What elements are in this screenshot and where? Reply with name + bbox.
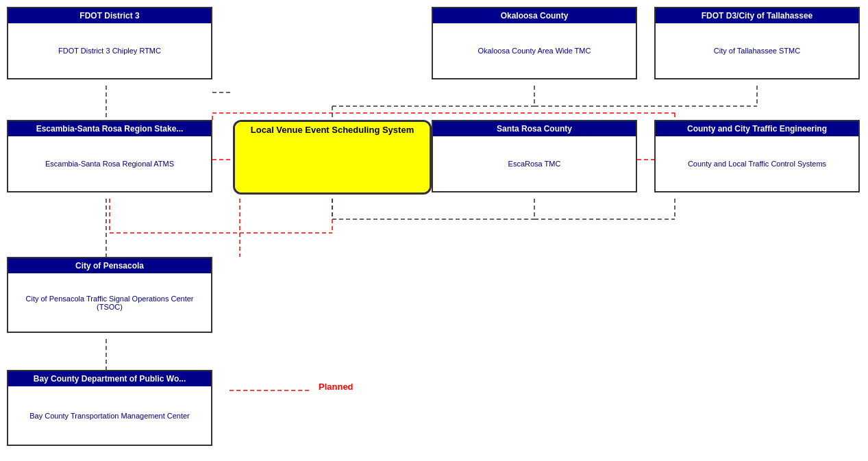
local-venue-header: Local Venue Event Scheduling System <box>235 122 430 138</box>
county-city-header: County and City Traffic Engineering <box>656 121 858 136</box>
escambia-header: Escambia-Santa Rosa Region Stake... <box>8 121 211 136</box>
planned-label: Planned <box>319 382 354 392</box>
bay-county-body: Bay County Transportation Management Cen… <box>8 386 211 445</box>
okaloosa-node: Okaloosa County Okaloosa County Area Wid… <box>432 7 637 79</box>
fdot-d3-node: FDOT District 3 FDOT District 3 Chipley … <box>7 7 212 79</box>
bay-county-header: Bay County Department of Public Wo... <box>8 371 211 386</box>
santa-rosa-body: EscaRosa TMC <box>433 136 636 191</box>
pensacola-header: City of Pensacola <box>8 258 211 273</box>
local-venue-node: Local Venue Event Scheduling System <box>233 120 432 195</box>
pensacola-node: City of Pensacola City of Pensacola Traf… <box>7 257 212 333</box>
escambia-body: Escambia-Santa Rosa Regional ATMS <box>8 136 211 191</box>
fdot-d3-tally-body: City of Tallahassee STMC <box>656 23 858 78</box>
county-city-body: County and Local Traffic Control Systems <box>656 136 858 191</box>
fdot-d3-body: FDOT District 3 Chipley RTMC <box>8 23 211 78</box>
santa-rosa-node: Santa Rosa County EscaRosa TMC <box>432 120 637 192</box>
okaloosa-body: Okaloosa County Area Wide TMC <box>433 23 636 78</box>
fdot-d3-tally-node: FDOT D3/City of Tallahassee City of Tall… <box>654 7 860 79</box>
planned-legend: Planned <box>230 382 354 392</box>
escambia-node: Escambia-Santa Rosa Region Stake... Esca… <box>7 120 212 192</box>
okaloosa-header: Okaloosa County <box>433 8 636 23</box>
pensacola-body: City of Pensacola Traffic Signal Operati… <box>8 273 211 332</box>
fdot-d3-header: FDOT District 3 <box>8 8 211 23</box>
bay-county-node: Bay County Department of Public Wo... Ba… <box>7 370 212 446</box>
santa-rosa-header: Santa Rosa County <box>433 121 636 136</box>
local-venue-body <box>235 138 430 192</box>
diagram: FDOT District 3 FDOT District 3 Chipley … <box>0 0 868 461</box>
fdot-d3-tally-header: FDOT D3/City of Tallahassee <box>656 8 858 23</box>
county-city-node: County and City Traffic Engineering Coun… <box>654 120 860 192</box>
